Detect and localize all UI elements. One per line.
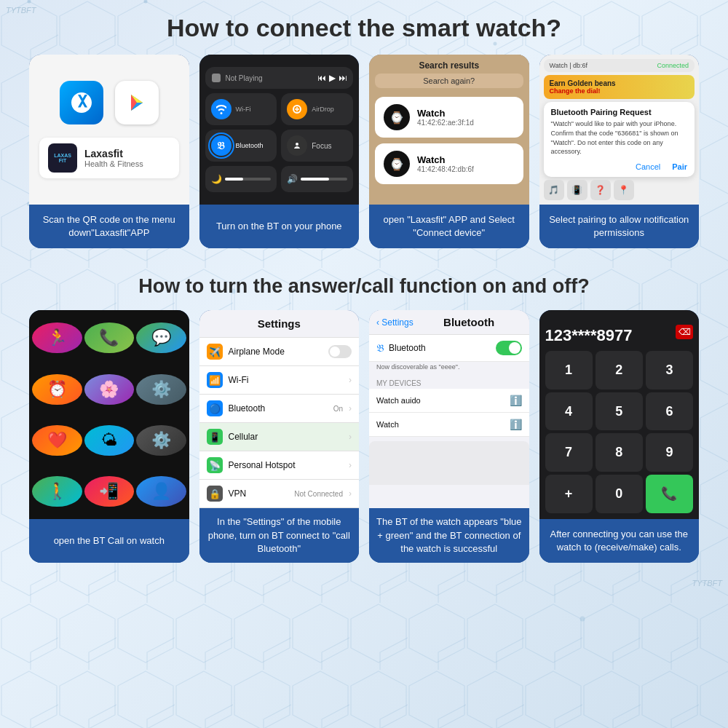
settings-cellular-chevron: › (349, 432, 352, 442)
dial-key-8[interactable]: 8 (596, 433, 643, 471)
bt-item-label: Bluetooth (389, 343, 491, 353)
dial-key-2[interactable]: 2 (596, 351, 643, 389)
watch-name-1: Watch (417, 108, 474, 119)
cc-wifi-tile: Wi-Fi (205, 93, 277, 125)
card-watch-apps: 🏃 📞 💬 ⏰ 🌸 ⚙️ ❤️ 🌤 ⚙️ 🚶 📲 👤 open the BT C… (29, 310, 189, 563)
bt-settings-header: ‹ Settings Bluetooth (369, 310, 529, 335)
settings-cellular: 📱 Cellular › (199, 423, 360, 451)
bt-toggle-row: 𝔅 Bluetooth (369, 335, 529, 362)
bt-device-2-info-icon[interactable]: ℹ️ (510, 419, 522, 430)
pairing-watch-label: Watch | db:6f (550, 62, 588, 69)
cc-now-playing: Not Playing ⏮▶⏭ (205, 67, 354, 89)
dial-key-5[interactable]: 5 (596, 392, 643, 430)
settings-airplane-label: Airplane Mode (229, 347, 323, 357)
bt-toggle-on[interactable] (496, 341, 522, 355)
settings-hotspot-label: Personal Hotspot (229, 460, 344, 470)
settings-wifi-label: Wi-Fi (229, 375, 344, 385)
cc-airdrop-tile: AirDrop (281, 93, 353, 125)
settings-vpn-label: VPN (229, 488, 289, 499)
cc-bottom-row: 🌙 🔊 (205, 166, 354, 192)
laxasfit-logo: LAXASFIT (48, 143, 77, 173)
watch-info-2: Watch 41:42:48:42:db:6f (417, 154, 474, 173)
card1-label: Scan the QR code on the menu down"Laxasf… (29, 205, 189, 248)
app-bubble-weather: 🌤 (84, 425, 135, 456)
card1-screen: LAXASFIT Laxasfit Health & Fitness (29, 55, 189, 204)
settings-bt-icon: 🔵 (207, 400, 223, 416)
bt-now-discoverable: Now discoverable as "eeee". (369, 362, 529, 375)
cc-bt-tile: 𝔅 Bluetooth (205, 130, 277, 162)
app-bubble-flower: 🌸 (84, 374, 135, 405)
settings-bluetooth: 🔵 Bluetooth On › (199, 395, 360, 423)
dial-key-plus[interactable]: + (545, 475, 593, 513)
pairing-top-bar: Watch | db:6f Connected (544, 59, 695, 72)
bt-device-1-info-icon[interactable]: ℹ️ (510, 395, 522, 406)
card4-screen: Watch | db:6f Connected Earn Golden bean… (539, 55, 700, 204)
card6-label: In the "Settings" of the mobile phone, t… (199, 508, 360, 563)
cc-wifi-icon (211, 99, 232, 119)
app-bubble-call2: 📲 (84, 476, 135, 507)
dial-key-4[interactable]: 4 (545, 392, 593, 430)
cc-brightness: 🌙 (205, 166, 277, 192)
bt-my-devices-header: MY DEVICES (369, 375, 529, 389)
pairing-earn-text: Earn Golden beans (550, 79, 689, 87)
section2-title: How to turn the answer/call function on … (29, 276, 699, 298)
bt-device-1-info: Watch auido (376, 396, 421, 405)
app-bubble-walk: 🚶 (32, 476, 82, 507)
pairing-dialog: Bluetooth Pairing Request "Watch" would … (544, 102, 695, 176)
search-header: Search results (369, 55, 529, 74)
card8-screen: 123****8977 ⌫ 1 2 3 4 5 6 7 8 9 + 0 📞 (539, 310, 700, 519)
app-bubble-contact: 👤 (136, 476, 186, 507)
settings-wifi: 📶 Wi-Fi › (199, 366, 360, 395)
bt-device-2-info: Watch (376, 420, 399, 429)
pairing-ad-banner: Earn Golden beans Change the dial! (544, 75, 695, 99)
watermark-bottom: TYTBFT (692, 579, 722, 587)
card-pairing: Watch | db:6f Connected Earn Golden bean… (539, 55, 700, 248)
dial-key-9[interactable]: 9 (646, 433, 693, 471)
bt-back-button[interactable]: ‹ Settings (376, 317, 414, 328)
watch-mac-2: 41:42:48:42:db:6f (417, 165, 474, 173)
dial-key-call[interactable]: 📞 (646, 475, 693, 513)
laxasfit-name: Laxasfit (84, 148, 143, 159)
dial-key-6[interactable]: 6 (646, 392, 693, 430)
dial-key-3[interactable]: 3 (646, 351, 693, 389)
settings-airplane: ✈️ Airplane Mode (199, 338, 360, 366)
search-again: Search again? (375, 74, 523, 88)
card-settings: Settings ✈️ Airplane Mode 📶 Wi-Fi › (199, 310, 360, 563)
settings-cellular-icon: 📱 (207, 429, 223, 445)
settings-airplane-toggle[interactable] (328, 345, 352, 358)
pairing-change-dial: Change the dial! (550, 87, 689, 95)
cc-focus-icon (287, 135, 307, 156)
settings-vpn-value: Not Connected (294, 490, 343, 498)
app-bubble-alarm: ⏰ (32, 374, 82, 405)
settings-wifi-chevron: › (349, 375, 352, 385)
cc-volume: 🔊 (281, 166, 353, 192)
dial-grid: 1 2 3 4 5 6 7 8 9 + 0 📞 (545, 351, 694, 513)
watch-name-2: Watch (417, 154, 474, 165)
watch-icon-1: ⌚ (384, 104, 410, 130)
dial-display-number: 123****8977 (545, 320, 633, 348)
bt-device-2: Watch ℹ️ (369, 413, 529, 437)
watch-icon-2: ⌚ (384, 151, 410, 177)
cc-airdrop-icon (287, 99, 307, 119)
dial-key-7[interactable]: 7 (545, 433, 593, 471)
bt-page-title: Bluetooth (416, 316, 522, 328)
bt-blurred-area (369, 441, 529, 485)
pairing-pair-button[interactable]: Pair (672, 162, 687, 171)
dial-delete-button[interactable]: ⌫ (676, 325, 693, 339)
app-bubble-settings: ⚙️ (136, 374, 186, 405)
laxasfit-info: Laxasfit Health & Fitness (84, 148, 143, 168)
search-results-list: ⌚ Watch 41:42:62:ae:3f:1d ⌚ Watch 41:42:… (369, 92, 529, 189)
dial-key-1[interactable]: 1 (545, 351, 593, 389)
section-divider (29, 264, 699, 276)
dial-key-0[interactable]: 0 (596, 475, 643, 513)
section1-title: How to connect the smart watch? (29, 15, 699, 41)
card5-screen: 🏃 📞 💬 ⏰ 🌸 ⚙️ ❤️ 🌤 ⚙️ 🚶 📲 👤 (29, 310, 189, 519)
control-center: Not Playing ⏮▶⏭ W (199, 61, 360, 198)
card5-label: open the BT Call on watch (29, 519, 189, 563)
pairing-cancel-button[interactable]: Cancel (636, 162, 660, 171)
card-app-store: LAXASFIT Laxasfit Health & Fitness Scan … (29, 55, 189, 248)
svg-point-20 (296, 143, 298, 146)
main-content: TYTBFT TYTBFT How to connect the smart w… (0, 0, 728, 593)
cc-focus-tile: Focus (281, 130, 353, 162)
card3-screen: Search results Search again? ⌚ Watch 41:… (369, 55, 529, 204)
